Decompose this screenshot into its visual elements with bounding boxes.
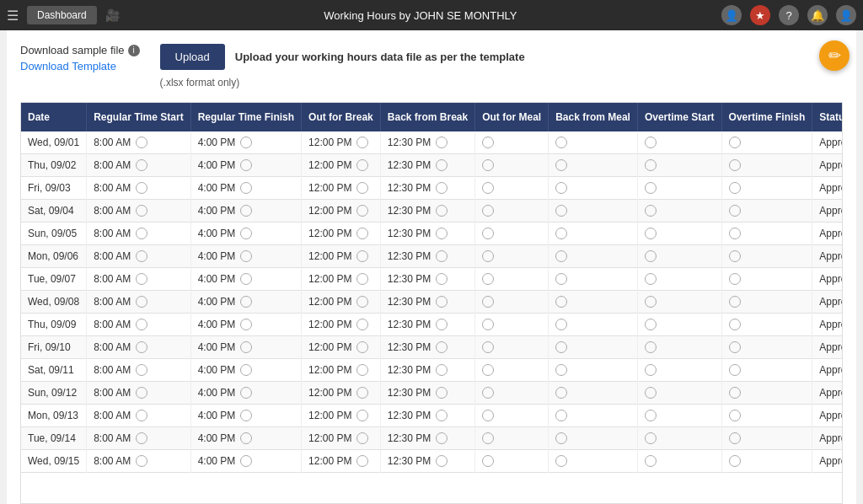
time-picker-icon[interactable] [240, 182, 252, 194]
time-picker-icon[interactable] [436, 250, 448, 262]
time-picker-icon[interactable] [240, 273, 252, 285]
hamburger-icon[interactable]: ☰ [7, 8, 19, 24]
time-picker-icon[interactable] [436, 296, 448, 308]
camera-icon[interactable]: 🎥 [105, 8, 120, 22]
dashboard-tab[interactable]: Dashboard [27, 6, 97, 24]
time-picker-icon[interactable] [356, 319, 368, 330]
time-picker-icon[interactable] [555, 159, 567, 171]
time-picker-icon[interactable] [356, 182, 368, 194]
time-picker-icon[interactable] [436, 228, 448, 239]
time-picker-icon[interactable] [729, 455, 741, 467]
time-picker-icon[interactable] [240, 387, 252, 399]
time-picker-icon[interactable] [240, 250, 252, 262]
time-picker-icon[interactable] [555, 387, 567, 399]
time-picker-icon[interactable] [645, 341, 657, 353]
time-picker-icon[interactable] [729, 319, 741, 330]
time-picker-icon[interactable] [645, 205, 657, 217]
time-picker-icon[interactable] [555, 182, 567, 194]
time-picker-icon[interactable] [645, 228, 657, 239]
table-wrapper[interactable]: Date Regular Time Start Regular Time Fin… [20, 102, 843, 504]
time-picker-icon[interactable] [436, 273, 448, 285]
time-picker-icon[interactable] [555, 137, 567, 148]
time-picker-icon[interactable] [240, 455, 252, 467]
time-picker-icon[interactable] [482, 364, 494, 376]
time-picker-icon[interactable] [555, 228, 567, 239]
time-picker-icon[interactable] [436, 364, 448, 376]
time-picker-icon[interactable] [136, 387, 147, 399]
time-picker-icon[interactable] [136, 455, 147, 467]
time-picker-icon[interactable] [356, 341, 368, 353]
time-picker-icon[interactable] [729, 159, 741, 171]
time-picker-icon[interactable] [136, 364, 147, 376]
time-picker-icon[interactable] [482, 182, 494, 194]
time-picker-icon[interactable] [645, 364, 657, 376]
time-picker-icon[interactable] [482, 273, 494, 285]
time-picker-icon[interactable] [482, 432, 494, 444]
time-picker-icon[interactable] [240, 364, 252, 376]
time-picker-icon[interactable] [356, 228, 368, 239]
time-picker-icon[interactable] [645, 410, 657, 421]
upload-button[interactable]: Upload [160, 44, 225, 70]
time-picker-icon[interactable] [436, 387, 448, 399]
time-picker-icon[interactable] [645, 182, 657, 194]
time-picker-icon[interactable] [555, 364, 567, 376]
edit-fab[interactable]: ✏ [819, 40, 850, 71]
time-picker-icon[interactable] [136, 228, 147, 239]
time-picker-icon[interactable] [482, 205, 494, 217]
time-picker-icon[interactable] [729, 273, 741, 285]
time-picker-icon[interactable] [436, 205, 448, 217]
time-picker-icon[interactable] [356, 432, 368, 444]
time-picker-icon[interactable] [645, 432, 657, 444]
time-picker-icon[interactable] [645, 159, 657, 171]
time-picker-icon[interactable] [482, 159, 494, 171]
time-picker-icon[interactable] [136, 182, 147, 194]
time-picker-icon[interactable] [555, 319, 567, 330]
time-picker-icon[interactable] [482, 455, 494, 467]
time-picker-icon[interactable] [645, 387, 657, 399]
time-picker-icon[interactable] [555, 455, 567, 467]
time-picker-icon[interactable] [240, 159, 252, 171]
time-picker-icon[interactable] [729, 296, 741, 308]
time-picker-icon[interactable] [645, 250, 657, 262]
time-picker-icon[interactable] [240, 341, 252, 353]
time-picker-icon[interactable] [136, 137, 147, 148]
time-picker-icon[interactable] [136, 341, 147, 353]
time-picker-icon[interactable] [482, 319, 494, 330]
time-picker-icon[interactable] [356, 205, 368, 217]
time-picker-icon[interactable] [356, 387, 368, 399]
time-picker-icon[interactable] [555, 205, 567, 217]
time-picker-icon[interactable] [645, 273, 657, 285]
time-picker-icon[interactable] [645, 455, 657, 467]
time-picker-icon[interactable] [356, 250, 368, 262]
info-icon[interactable]: i [128, 45, 140, 56]
time-picker-icon[interactable] [555, 432, 567, 444]
time-picker-icon[interactable] [645, 137, 657, 148]
time-picker-icon[interactable] [482, 137, 494, 148]
time-picker-icon[interactable] [136, 250, 147, 262]
time-picker-icon[interactable] [436, 432, 448, 444]
time-picker-icon[interactable] [729, 432, 741, 444]
time-picker-icon[interactable] [240, 228, 252, 239]
time-picker-icon[interactable] [482, 410, 494, 421]
time-picker-icon[interactable] [136, 159, 147, 171]
time-picker-icon[interactable] [645, 319, 657, 330]
time-picker-icon[interactable] [729, 205, 741, 217]
time-picker-icon[interactable] [240, 137, 252, 148]
bell-nav-icon[interactable]: 🔔 [807, 5, 828, 25]
time-picker-icon[interactable] [356, 410, 368, 421]
star-nav-icon[interactable]: ★ [750, 5, 770, 25]
time-picker-icon[interactable] [729, 410, 741, 421]
time-picker-icon[interactable] [436, 410, 448, 421]
time-picker-icon[interactable] [356, 273, 368, 285]
time-picker-icon[interactable] [240, 296, 252, 308]
time-picker-icon[interactable] [729, 228, 741, 239]
time-picker-icon[interactable] [436, 319, 448, 330]
time-picker-icon[interactable] [136, 296, 147, 308]
time-picker-icon[interactable] [356, 159, 368, 171]
time-picker-icon[interactable] [240, 432, 252, 444]
profile-nav-icon[interactable]: 👤 [836, 5, 856, 25]
time-picker-icon[interactable] [555, 250, 567, 262]
time-picker-icon[interactable] [436, 182, 448, 194]
help-nav-icon[interactable]: ? [779, 5, 799, 25]
time-picker-icon[interactable] [136, 319, 147, 330]
